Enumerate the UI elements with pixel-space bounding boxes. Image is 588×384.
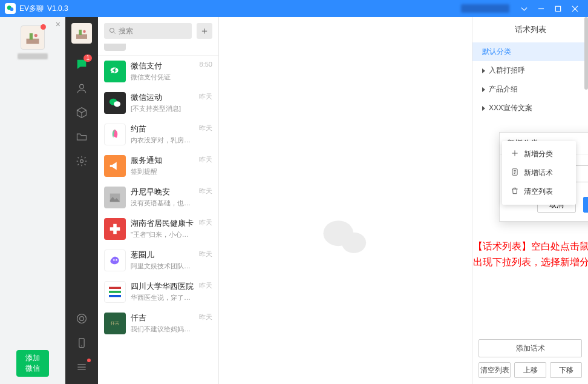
svg-rect-18 [110,227,120,231]
chat-item[interactable]: 微信支付 微信支付凭证 8:50 [98,56,218,87]
chat-list-panel: 搜索 ＋ 微信支付 微信支付凭证 8:50 微信运动 [不支持类型消息] 昨天 … [98,17,219,384]
chat-time: 昨天 [199,92,212,114]
nav-folder-icon[interactable] [65,125,98,149]
nav-link-icon[interactable] [65,306,98,331]
svg-point-15 [114,101,120,107]
svg-point-13 [110,28,114,33]
chat-name: 仟吉 [131,313,194,323]
minimize-button[interactable] [532,0,549,17]
context-menu-item[interactable]: 清空列表 [502,182,576,201]
category-item[interactable]: XXX宣传文案 [472,99,588,118]
svg-point-10 [80,160,83,163]
nav-mobile-icon[interactable] [65,331,98,355]
context-menu-label: 清空列表 [524,187,553,197]
nav-contacts-icon[interactable] [65,76,98,101]
category-item[interactable]: 入群打招呼 [472,61,588,80]
chat-avatar-icon [104,218,126,240]
chat-preview: 阿里文娱技术团队春招实... [131,262,194,271]
chat-name: 湖南省居民健康卡 [131,218,194,229]
chat-avatar-icon [104,92,126,114]
expand-arrow-icon [482,68,485,73]
chat-item[interactable]: 丹尼早晚安 没有英语基础，也能在20... 昨天 [98,182,218,213]
svg-point-5 [34,34,38,37]
nav-settings-icon[interactable] [65,149,98,173]
chat-item[interactable]: 四川大学华西医院 华西医生说，穿了一辈子... 昨天 [98,276,218,308]
new-chat-button[interactable]: ＋ [197,23,212,39]
chat-name: 微信运动 [131,92,194,103]
app-version: V1.0.3 [47,4,68,13]
chat-item[interactable]: 微信运动 [不支持类型消息] 昨天 [98,87,218,119]
chat-item[interactable]: 湖南省居民健康卡 "王者"归来，小心中招！ 昨天 [98,213,218,245]
move-up-button[interactable]: 上移 [514,362,546,378]
svg-rect-22 [109,291,121,293]
chat-preview: 华西医生说，穿了一辈子... [131,293,194,302]
chat-content-area: 新增分类 ✕ 分类 取消 确定 【话术列表】空白处点击鼠标右键， 出现下拉列表，… [219,17,472,384]
script-panel: 话术列表 默认分类入群打招呼产品介绍XXX宣传文案 新增分类新增话术清空列表 添… [472,17,588,384]
add-script-button[interactable]: 添加话术 [479,339,582,357]
chat-time: 昨天 [199,250,212,271]
nav-cube-icon[interactable] [65,101,98,125]
context-menu-label: 新增话术 [524,168,553,178]
svg-rect-4 [30,33,33,40]
chat-time: 昨天 [199,218,212,240]
nav-sidebar: 1 [65,17,98,384]
chat-time: 昨天 [199,124,212,145]
context-menu-item[interactable]: 新增分类 [502,145,576,164]
close-button[interactable] [566,0,583,17]
chat-item[interactable]: 葱圈儿 阿里文娱技术团队春招实... 昨天 [98,245,218,276]
move-down-button[interactable]: 下移 [550,362,582,378]
titlebar-blur [461,4,509,13]
nav-menu-icon[interactable] [65,355,98,379]
trash-icon [511,187,519,197]
context-menu-item[interactable]: 新增话术 [502,164,576,182]
chat-avatar-icon [104,61,126,82]
chat-item-cropped[interactable] [98,44,218,56]
chat-item[interactable]: 服务通知 签到提醒 昨天 [98,150,218,182]
chat-time: 昨天 [199,187,212,208]
svg-rect-7 [79,30,82,35]
context-menu: 新增分类新增话术清空列表 [502,141,576,205]
wechat-watermark-icon [321,217,370,262]
nav-badge: 1 [83,55,92,62]
chat-name: 葱圈儿 [131,250,194,260]
chat-preview: 微信支付凭证 [131,73,195,82]
script-panel-title: 话术列表 [472,17,588,42]
chat-item[interactable]: 仟吉 仟吉 我们不建议给妈妈买蛋糕 昨天 [98,308,218,339]
search-placeholder: 搜索 [119,26,133,36]
category-label: 产品介绍 [489,84,518,94]
account-avatar[interactable] [21,25,45,50]
category-item[interactable]: 产品介绍 [472,80,588,99]
nav-avatar[interactable] [71,23,92,44]
chat-preview: "王者"归来，小心中招！ [131,230,194,239]
chat-time: 8:50 [200,61,212,82]
expand-arrow-icon [482,106,485,111]
chat-avatar-icon [104,281,126,303]
accounts-panel: × 添加微信 [0,17,65,384]
maximize-button[interactable] [549,0,566,17]
chat-avatar-icon [104,250,126,271]
remove-account-icon[interactable]: × [56,19,60,29]
svg-point-11 [77,314,87,323]
chat-avatar-icon [104,124,126,145]
doc-icon [511,168,519,178]
search-input[interactable]: 搜索 [104,23,192,39]
dropdown-icon[interactable] [515,0,532,17]
chat-avatar-icon [104,155,126,177]
plus-icon [511,149,519,159]
nav-chat-icon[interactable]: 1 [65,52,98,76]
svg-text:仟吉: 仟吉 [111,320,119,326]
svg-rect-23 [109,295,121,297]
category-item[interactable]: 默认分类 [472,42,588,61]
chat-preview: 内衣没穿对，乳房会生病... [131,136,194,145]
add-wechat-button[interactable]: 添加微信 [16,350,49,377]
category-label: 入群打招呼 [489,65,525,76]
chat-item[interactable]: 约苗 内衣没穿对，乳房会生病... 昨天 [98,119,218,150]
svg-point-19 [113,259,115,261]
scrollbar[interactable] [584,17,588,384]
svg-point-1 [10,7,13,11]
app-name: EV多聊 [19,4,44,14]
clear-list-button[interactable]: 清空列表 [479,362,511,378]
chat-name: 丹尼早晚安 [131,187,194,197]
chat-time: 昨天 [199,155,212,177]
chat-preview: 我们不建议给妈妈买蛋糕 [131,325,194,334]
